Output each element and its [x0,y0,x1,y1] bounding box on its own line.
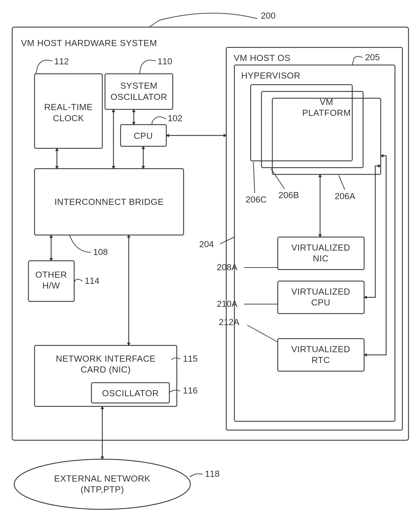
ref-110: 110 [158,56,172,66]
hw-system-box [12,27,408,440]
ref-118: 118 [205,469,219,479]
ref-206b: 206B [278,190,299,200]
otherhw-l2: H/W [42,280,60,291]
rtc-l1: REAL-TIME [44,102,92,112]
hypervisor-title: HYPERVISOR [241,70,300,81]
vmplat-206c [251,85,352,161]
vmplat-206b [261,91,363,168]
ref-206a: 206A [335,191,355,201]
vrtc-l1: VIRTUALIZED [291,344,350,354]
vmhostos-box [226,47,402,430]
cpu-label: CPU [134,131,153,141]
ref-204: 204 [199,239,214,249]
ref-112: 112 [54,56,69,66]
vmhostos-title: VM HOST OS [234,53,291,63]
ref-116: 116 [183,385,197,396]
vmplat-l2: PLATFORM [302,108,351,118]
ref-200: 200 [261,10,275,21]
ext-l2: (NTP,PTP) [81,484,124,494]
sysosc-l1: SYSTEM [120,81,158,91]
ref-205: 205 [365,52,380,62]
sysosc-l2: OSCILLATOR [110,92,167,102]
vrtc-l2: RTC [312,355,330,365]
vcpu-l1: VIRTUALIZED [291,286,350,297]
ref-114: 114 [85,276,99,286]
bridge-label: INTERCONNECT BRIDGE [55,197,164,207]
ref-102: 102 [168,113,182,123]
hw-system-title: VM HOST HARDWARE SYSTEM [21,38,157,48]
vmplat-l1: VM [320,97,333,107]
ref-115: 115 [183,354,197,364]
otherhw-l1: OTHER [35,270,67,280]
ref-210a: 210A [217,299,237,309]
nic-l1: NETWORK INTERFACE [56,354,156,364]
ref-212a: 212A [219,317,239,327]
nic-l2: CARD (NIC) [81,364,131,375]
ref-108: 108 [93,247,108,257]
vnic-l1: VIRTUALIZED [291,242,350,253]
ext-l1: EXTERNAL NETWORK [54,473,151,484]
nic-osc-label: OSCILLATOR [102,388,159,398]
vcpu-l2: CPU [311,297,330,307]
rtc-l2: CLOCK [53,113,84,123]
ref-208a: 208A [217,262,237,272]
ref-206c: 206C [246,194,267,205]
vnic-l2: NIC [313,253,329,263]
